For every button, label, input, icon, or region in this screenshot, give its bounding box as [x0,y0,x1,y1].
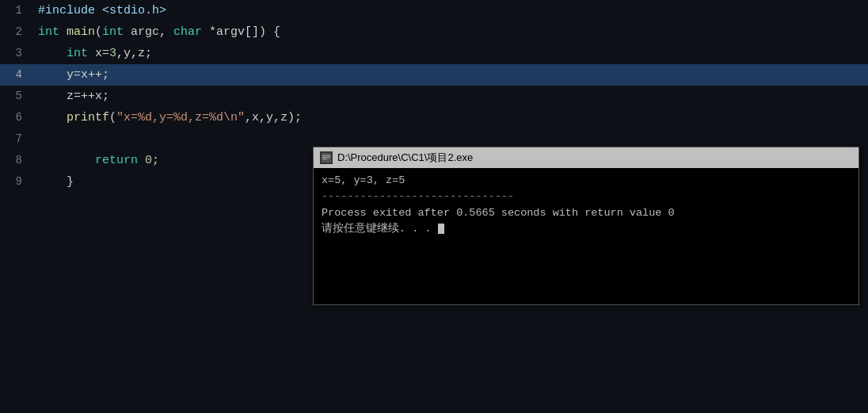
token-plain: ( [109,111,116,124]
line-content: y=x++; [30,64,868,86]
line-content: printf("x=%d,y=%d,z=%d\n",x,y,z); [30,107,868,128]
terminal-window: D:\Procedure\C\C1\项目2.exe x=5, y=3, z=5-… [313,147,859,305]
code-line-5: 5 z=++x; [0,86,868,107]
token-plain: } [38,175,74,189]
terminal-title-text: D:\Procedure\C\C1\项目2.exe [337,151,473,165]
token-plain: ,y,z; [116,47,152,60]
token-plain: x= [88,47,109,60]
code-line-4: 4 y=x++; [0,64,868,86]
token-plain: *argv[]) { [202,25,280,39]
token-kw: char [173,25,202,39]
line-number: 6 [0,107,30,128]
token-kw: int [102,25,124,39]
line-number: 4 [0,64,30,86]
token-prep: #include <stdio.h> [38,4,166,17]
terminal-app-icon [320,151,333,164]
token-plain: z=++x; [38,90,109,103]
line-number: 5 [0,86,30,107]
line-number: 7 [0,128,30,150]
token-plain: y=x++; [38,68,109,82]
line-number: 9 [0,171,30,193]
line-content: z=++x; [30,86,868,107]
token-plain: ( [95,25,102,39]
svg-rect-1 [322,155,330,156]
svg-rect-3 [322,159,327,159]
line-content: int main(int argc, char *argv[]) { [30,21,868,43]
token-plain: argc, [124,25,173,39]
token-plain [38,47,67,60]
line-number: 3 [0,43,30,64]
svg-rect-2 [322,157,330,158]
terminal-line-0: x=5, y=3, z=5 [322,173,851,189]
code-line-3: 3 int x=3,y,z; [0,43,868,64]
token-plain [38,154,95,167]
token-kw: int [38,25,59,39]
terminal-line-4: 请按任意键继续. . . [322,221,851,237]
token-plain: ; [152,154,159,167]
token-kw: int [67,47,88,60]
line-content: #include <stdio.h> [30,0,868,21]
token-num: 0 [145,154,152,167]
terminal-line-2: ------------------------------ [322,189,851,205]
code-line-2: 2int main(int argc, char *argv[]) { [0,21,868,43]
code-line-1: 1#include <stdio.h> [0,0,868,21]
line-number: 8 [0,150,30,171]
terminal-titlebar: D:\Procedure\C\C1\项目2.exe [314,147,858,168]
terminal-body: x=5, y=3, z=5---------------------------… [314,168,858,242]
token-num: 3 [109,47,116,60]
code-line-6: 6 printf("x=%d,y=%d,z=%d\n",x,y,z); [0,107,868,128]
token-fn: printf [67,111,109,124]
token-fn: main [67,25,95,39]
token-plain [138,154,145,167]
terminal-line-3: Process exited after 0.5665 seconds with… [322,205,851,221]
token-plain: ,x,y,z); [245,111,302,124]
line-number: 2 [0,21,30,43]
token-kw: return [95,154,138,167]
token-plain [59,25,67,39]
token-str: "x=%d,y=%d,z=%d\n" [116,111,245,124]
line-content: int x=3,y,z; [30,43,868,64]
token-plain [38,111,67,124]
cursor [438,224,444,234]
line-number: 1 [0,0,30,21]
